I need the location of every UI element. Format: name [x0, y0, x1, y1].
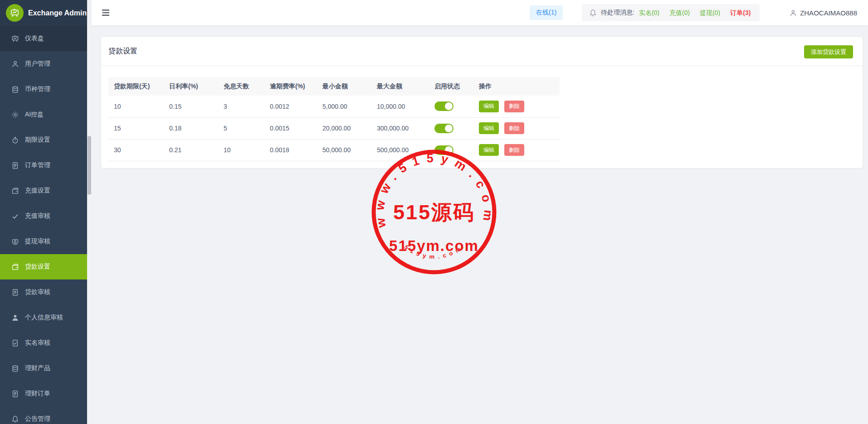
add-loan-setting-button[interactable]: 添加贷款设置: [804, 45, 853, 58]
loan-settings-card: 贷款设置 添加贷款设置 贷款期限(天)日利率(%)免息天数逾期费率(%)最小金额…: [101, 36, 863, 169]
edit-button[interactable]: 编辑: [479, 101, 499, 112]
sidebar-item-label: 贷款审核: [25, 288, 50, 296]
column-header: 日利率(%): [164, 77, 218, 96]
table-header-row: 贷款期限(天)日利率(%)免息天数逾期费率(%)最小金额最大金额启用状态操作: [108, 77, 560, 96]
table-row: 150.1850.001520,000.00300,000.00编辑删除: [108, 117, 560, 139]
wallet-icon: [11, 187, 19, 195]
db-icon: [11, 365, 19, 372]
column-header: 免息天数: [218, 77, 264, 96]
sidebar-item-currency[interactable]: 币种管理: [0, 77, 87, 102]
user-menu[interactable]: ZHAOCAIMAO888: [790, 0, 857, 26]
table-cell: 20,000.00: [317, 117, 371, 139]
table-cell-actions: 编辑删除: [473, 96, 560, 117]
message-link[interactable]: 充值(0): [669, 9, 690, 16]
sidebar-item-label: 币种管理: [25, 85, 50, 93]
table-cell: 500,000.00: [371, 139, 429, 161]
sidebar-item-recharge-review[interactable]: 充值审核: [0, 203, 87, 229]
table-cell: 0.0012: [264, 96, 317, 117]
card-header: 贷款设置 添加贷款设置: [101, 37, 863, 66]
check-icon: [11, 212, 19, 220]
column-header: 最小金额: [317, 77, 371, 96]
edit-button[interactable]: 编辑: [479, 144, 499, 156]
column-header: 贷款期限(天): [108, 77, 164, 96]
sidebar-item-loan-review[interactable]: 贷款审核: [0, 279, 87, 305]
sidebar-item-label: 期限设置: [25, 136, 50, 144]
table-row: 300.21100.001850,000.00500,000.00编辑删除: [108, 139, 560, 161]
sidebar: Exchange Admin 仪表盘用户管理币种管理AI控盘期限设置订单管理充值…: [0, 0, 87, 424]
topbar: 在线(1) 待处理消息: 实名(0)充值(0)提现(0)订单(3) ZHAOCA…: [92, 0, 868, 26]
user-icon: [790, 10, 797, 17]
sidebar-item-wealth-products[interactable]: 理财产品: [0, 356, 87, 381]
message-links: 实名(0)充值(0)提现(0)订单(3): [634, 9, 751, 17]
delete-button[interactable]: 删除: [504, 101, 524, 112]
sidebar-item-orders[interactable]: 订单管理: [0, 153, 87, 178]
enable-toggle[interactable]: [434, 124, 454, 133]
doc-icon: [11, 390, 19, 398]
toggle-knob: [445, 146, 453, 154]
app-title: Exchange Admin: [28, 9, 87, 17]
table-cell: 50,000.00: [317, 139, 371, 161]
table-cell-status: [429, 139, 473, 161]
sidebar-item-label: 充值审核: [25, 212, 50, 220]
sidebar-item-recharge-settings[interactable]: 充值设置: [0, 178, 87, 203]
table-cell: 300,000.00: [371, 117, 429, 139]
sidebar-item-ai-control[interactable]: AI控盘: [0, 102, 87, 127]
sidebar-item-label: 个人信息审核: [25, 313, 63, 322]
sidebar-item-withdraw-review[interactable]: 提现审核: [0, 229, 87, 254]
edit-button[interactable]: 编辑: [479, 122, 499, 134]
column-header: 操作: [473, 77, 560, 96]
sidebar-item-profile-review[interactable]: 个人信息审核: [0, 305, 87, 330]
doc-icon: [11, 289, 19, 296]
table-cell: 5,000.00: [317, 96, 371, 117]
table-cell: 0.18: [164, 117, 218, 139]
table-cell: 10,000.00: [371, 96, 429, 117]
sidebar-item-realname-review[interactable]: 实名审核: [0, 330, 87, 356]
sidebar-item-loan-settings[interactable]: 贷款设置: [0, 254, 87, 279]
doc-icon: [11, 162, 19, 169]
table-cell: 0.15: [164, 96, 218, 117]
delete-button[interactable]: 删除: [504, 144, 524, 156]
online-count-badge[interactable]: 在线(1): [530, 5, 563, 20]
scrollbar-thumb[interactable]: [88, 136, 91, 195]
message-link[interactable]: 提现(0): [700, 9, 720, 16]
sidebar-item-label: 理财产品: [25, 364, 50, 372]
enable-toggle[interactable]: [434, 145, 454, 155]
message-link[interactable]: 订单(3): [730, 9, 751, 16]
pending-messages-label: 待处理消息:: [601, 9, 634, 17]
app-logo-icon: [6, 4, 24, 22]
logo-row: Exchange Admin: [0, 0, 87, 26]
sidebar-item-term-settings[interactable]: 期限设置: [0, 127, 87, 153]
loan-settings-table: 贷款期限(天)日利率(%)免息天数逾期费率(%)最小金额最大金额启用状态操作 1…: [108, 77, 560, 161]
sidebar-item-announcements[interactable]: 公告管理: [0, 406, 87, 424]
sidebar-item-label: 用户管理: [25, 60, 50, 68]
sidebar-item-label: 公告管理: [25, 415, 50, 423]
delete-button[interactable]: 删除: [504, 122, 524, 134]
sidebar-item-wealth-orders[interactable]: 理财订单: [0, 381, 87, 406]
pending-messages-box: 待处理消息: 实名(0)充值(0)提现(0)订单(3): [582, 4, 760, 21]
table-body: 100.1530.00125,000.0010,000.00编辑删除150.18…: [108, 96, 560, 161]
table-cell: 10: [218, 139, 264, 161]
column-header: 逾期费率(%): [264, 77, 317, 96]
user-icon: [11, 60, 19, 68]
table-cell-actions: 编辑删除: [473, 139, 560, 161]
collapse-sidebar-icon[interactable]: [101, 8, 111, 18]
enable-toggle[interactable]: [434, 101, 454, 111]
sidebar-item-label: 实名审核: [25, 339, 50, 347]
sidebar-menu: 仪表盘用户管理币种管理AI控盘期限设置订单管理充值设置充值审核提现审核贷款设置贷…: [0, 26, 87, 424]
clock-icon: [11, 136, 19, 144]
sidebar-item-label: 提现审核: [25, 237, 50, 246]
table-wrap: 贷款期限(天)日利率(%)免息天数逾期费率(%)最小金额最大金额启用状态操作 1…: [101, 66, 863, 161]
table-cell: 30: [108, 139, 164, 161]
sidebar-item-label: 订单管理: [25, 161, 50, 169]
table-cell: 5: [218, 117, 264, 139]
gear-icon: [11, 111, 19, 119]
sidebar-item-label: 仪表盘: [25, 34, 44, 43]
message-link[interactable]: 实名(0): [639, 9, 659, 16]
table-cell: 0.0015: [264, 117, 317, 139]
sidebar-item-dashboard[interactable]: 仪表盘: [0, 26, 87, 51]
sidebar-scrollbar[interactable]: [87, 26, 92, 424]
sidebar-item-users[interactable]: 用户管理: [0, 51, 87, 77]
toggle-knob: [445, 125, 453, 132]
money-icon: [11, 238, 19, 246]
username: ZHAOCAIMAO888: [800, 9, 857, 17]
